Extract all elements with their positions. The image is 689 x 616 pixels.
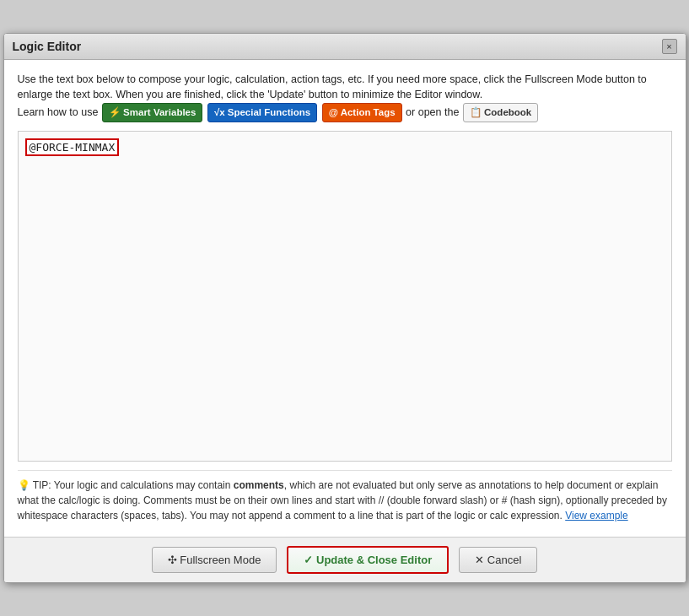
dialog-title: Logic Editor [13,40,82,53]
update-close-editor-button[interactable]: ✓ Update & Close Editor [287,546,449,574]
codebook-badge[interactable]: 📋 Codebook [463,103,538,122]
fullscreen-mode-button[interactable]: ✣ Fullscreen Mode [152,547,277,573]
cancel-button[interactable]: ✕ Cancel [459,547,537,573]
dialog-close-button[interactable]: × [662,39,677,54]
dialog-body: Use the text box below to compose your l… [4,60,686,538]
description-text: Use the text box below to compose your l… [18,72,672,123]
special-functions-badge[interactable]: √x Special Functions [207,103,317,122]
view-example-link[interactable]: View example [565,510,627,521]
editor-wrapper: @FORCE-MINMAX [18,131,672,462]
action-tags-badge[interactable]: @ Action Tags [322,103,402,122]
dialog-footer: ✣ Fullscreen Mode ✓ Update & Close Edito… [4,537,686,582]
logic-editor-dialog: Logic Editor × Use the text box below to… [3,33,686,584]
smart-variables-badge[interactable]: ⚡ Smart Variables [102,103,203,122]
dialog-titlebar: Logic Editor × [4,34,686,60]
tip-section: 💡 TIP: Your logic and calculations may c… [18,470,672,527]
editor-display: @FORCE-MINMAX [19,132,671,461]
tip-icon: 💡 [18,479,30,491]
